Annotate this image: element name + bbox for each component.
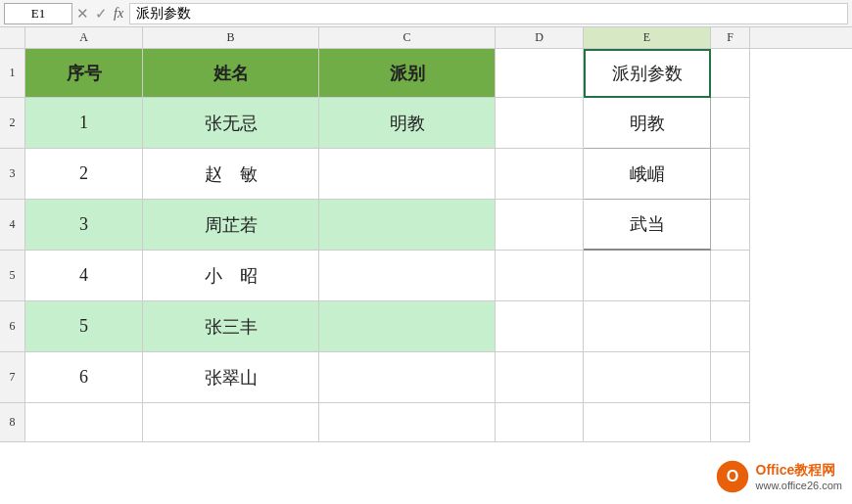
table-row: 8 bbox=[0, 403, 852, 442]
cell-b6[interactable]: 张三丰 bbox=[143, 301, 319, 352]
cell-a4[interactable]: 3 bbox=[25, 200, 143, 251]
table-row: 7 6 张翠山 bbox=[0, 352, 852, 403]
cell-e1[interactable]: 派别参数 bbox=[584, 49, 711, 98]
cell-a3[interactable]: 2 bbox=[25, 149, 143, 200]
grid-body: 1 序号 姓名 派别 派别参数 2 1 张无忌 明教 明教 3 2 赵 敏 bbox=[0, 49, 852, 504]
cell-d3[interactable] bbox=[496, 149, 584, 200]
table-row: 3 2 赵 敏 峨嵋 bbox=[0, 149, 852, 200]
cell-b4[interactable]: 周芷若 bbox=[143, 200, 319, 251]
spreadsheet: A B C D E F 1 序号 姓名 派别 派别参数 2 1 张无忌 明教 明… bbox=[0, 27, 852, 504]
cell-f5[interactable] bbox=[711, 251, 750, 301]
cell-e4[interactable]: 武当 bbox=[584, 200, 711, 251]
cell-a6[interactable]: 5 bbox=[25, 301, 143, 352]
cell-b8[interactable] bbox=[143, 403, 319, 442]
cell-c8[interactable] bbox=[319, 403, 496, 442]
col-header-e[interactable]: E bbox=[584, 27, 711, 48]
cell-d1[interactable] bbox=[496, 49, 584, 98]
cell-e3[interactable]: 峨嵋 bbox=[584, 149, 711, 200]
insert-function-icon[interactable]: fx bbox=[114, 6, 123, 22]
formula-input[interactable] bbox=[129, 3, 848, 24]
formula-icons: ✕ ✓ fx bbox=[76, 5, 123, 23]
row-num-3: 3 bbox=[0, 149, 25, 200]
cell-a5[interactable]: 4 bbox=[25, 251, 143, 301]
column-header-row: A B C D E F bbox=[0, 27, 852, 49]
cell-b3[interactable]: 赵 敏 bbox=[143, 149, 319, 200]
cell-b2[interactable]: 张无忌 bbox=[143, 98, 319, 149]
cell-e6[interactable] bbox=[584, 301, 711, 352]
table-row: 2 1 张无忌 明教 明教 bbox=[0, 98, 852, 149]
cell-c2[interactable]: 明教 bbox=[319, 98, 496, 149]
cell-d8[interactable] bbox=[496, 403, 584, 442]
cell-f1[interactable] bbox=[711, 49, 750, 98]
col-header-c[interactable]: C bbox=[319, 27, 496, 48]
cell-b5[interactable]: 小 昭 bbox=[143, 251, 319, 301]
cell-f6[interactable] bbox=[711, 301, 750, 352]
cancel-icon[interactable]: ✕ bbox=[76, 5, 89, 23]
cell-c3[interactable] bbox=[319, 149, 496, 200]
cell-a1[interactable]: 序号 bbox=[25, 49, 143, 98]
cell-b1[interactable]: 姓名 bbox=[143, 49, 319, 98]
formula-bar: E1 ✕ ✓ fx bbox=[0, 0, 852, 27]
table-row: 5 4 小 昭 bbox=[0, 251, 852, 301]
cell-a8[interactable] bbox=[25, 403, 143, 442]
cell-c6[interactable] bbox=[319, 301, 496, 352]
cell-c1[interactable]: 派别 bbox=[319, 49, 496, 98]
cell-e2[interactable]: 明教 bbox=[584, 98, 711, 149]
cell-f7[interactable] bbox=[711, 352, 750, 403]
cell-e8[interactable] bbox=[584, 403, 711, 442]
confirm-icon[interactable]: ✓ bbox=[95, 5, 108, 23]
row-num-7: 7 bbox=[0, 352, 25, 403]
row-num-5: 5 bbox=[0, 251, 25, 301]
cell-d2[interactable] bbox=[496, 98, 584, 149]
col-header-f[interactable]: F bbox=[711, 27, 750, 48]
corner-header bbox=[0, 27, 25, 48]
cell-e7[interactable] bbox=[584, 352, 711, 403]
col-header-d[interactable]: D bbox=[496, 27, 584, 48]
cell-f3[interactable] bbox=[711, 149, 750, 200]
svg-text:O: O bbox=[726, 467, 738, 484]
cell-f8[interactable] bbox=[711, 403, 750, 442]
row-num-1: 1 bbox=[0, 49, 25, 98]
cell-f2[interactable] bbox=[711, 98, 750, 149]
cell-a7[interactable]: 6 bbox=[25, 352, 143, 403]
col-header-b[interactable]: B bbox=[143, 27, 319, 48]
row-num-4: 4 bbox=[0, 200, 25, 251]
row-num-8: 8 bbox=[0, 403, 25, 442]
brand-name: Office教程网 bbox=[756, 462, 842, 480]
table-row: 4 3 周芷若 武当 bbox=[0, 200, 852, 251]
cell-f4[interactable] bbox=[711, 200, 750, 251]
table-row: 1 序号 姓名 派别 派别参数 bbox=[0, 49, 852, 98]
cell-b7[interactable]: 张翠山 bbox=[143, 352, 319, 403]
row-num-6: 6 bbox=[0, 301, 25, 352]
cell-d4[interactable] bbox=[496, 200, 584, 251]
name-box[interactable]: E1 bbox=[4, 3, 72, 24]
logo-area: O Office教程网 www.office26.com bbox=[715, 459, 842, 494]
cell-d5[interactable] bbox=[496, 251, 584, 301]
cell-e5[interactable] bbox=[584, 251, 711, 301]
table-row: 6 5 张三丰 bbox=[0, 301, 852, 352]
col-header-a[interactable]: A bbox=[25, 27, 143, 48]
cell-a2[interactable]: 1 bbox=[25, 98, 143, 149]
logo-text: Office教程网 www.office26.com bbox=[756, 462, 842, 491]
row-num-2: 2 bbox=[0, 98, 25, 149]
cell-d6[interactable] bbox=[496, 301, 584, 352]
cell-c4[interactable] bbox=[319, 200, 496, 251]
cell-c7[interactable] bbox=[319, 352, 496, 403]
site-url: www.office26.com bbox=[756, 480, 842, 491]
cell-d7[interactable] bbox=[496, 352, 584, 403]
cell-c5[interactable] bbox=[319, 251, 496, 301]
office-logo-icon: O bbox=[715, 459, 750, 494]
